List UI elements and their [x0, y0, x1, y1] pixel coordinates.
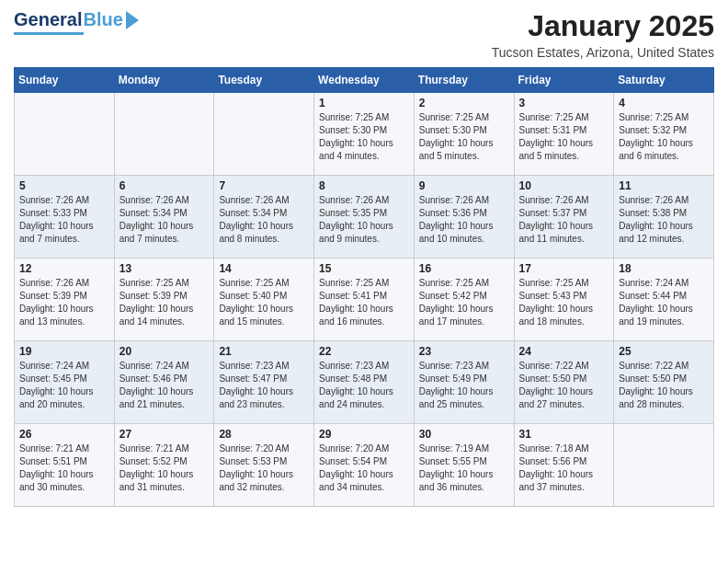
- calendar-week-row-4: 26Sunrise: 7:21 AMSunset: 5:51 PMDayligh…: [15, 424, 714, 507]
- daylight-text: Daylight: 10 hours and 28 minutes.: [619, 386, 693, 409]
- day-number: 24: [519, 345, 609, 358]
- sunrise-text: Sunrise: 7:26 AM: [119, 195, 189, 205]
- cell-info: Sunrise: 7:25 AMSunset: 5:43 PMDaylight:…: [519, 277, 609, 328]
- calendar-cell-w0-d2: [214, 93, 314, 176]
- day-number: 25: [619, 345, 709, 358]
- sunrise-text: Sunrise: 7:19 AM: [419, 443, 489, 454]
- cell-info: Sunrise: 7:21 AMSunset: 5:51 PMDaylight:…: [19, 442, 109, 494]
- day-number: 11: [619, 179, 709, 192]
- sunset-text: Sunset: 5:45 PM: [19, 373, 87, 384]
- day-number: 9: [419, 179, 509, 192]
- sunrise-text: Sunrise: 7:26 AM: [519, 195, 589, 205]
- daylight-text: Daylight: 10 hours and 11 minutes.: [519, 221, 594, 244]
- calendar-cell-w0-d0: [15, 93, 115, 176]
- day-number: 4: [619, 97, 709, 109]
- daylight-text: Daylight: 10 hours and 7 minutes.: [19, 221, 94, 244]
- sunrise-text: Sunrise: 7:20 AM: [219, 443, 289, 454]
- daylight-text: Daylight: 10 hours and 20 minutes.: [19, 386, 94, 409]
- cell-info: Sunrise: 7:25 AMSunset: 5:32 PMDaylight:…: [619, 111, 709, 163]
- sunset-text: Sunset: 5:32 PM: [619, 125, 687, 135]
- cell-info: Sunrise: 7:20 AMSunset: 5:53 PMDaylight:…: [219, 442, 309, 494]
- day-number: 29: [319, 428, 409, 441]
- calendar-cell-w2-d1: 13Sunrise: 7:25 AMSunset: 5:39 PMDayligh…: [114, 259, 214, 341]
- daylight-text: Daylight: 10 hours and 7 minutes.: [119, 221, 194, 244]
- day-number: 7: [219, 179, 309, 192]
- calendar-cell-w1-d5: 10Sunrise: 7:26 AMSunset: 5:37 PMDayligh…: [514, 176, 614, 259]
- day-number: 18: [619, 262, 709, 275]
- sunset-text: Sunset: 5:31 PM: [519, 125, 587, 135]
- sunrise-text: Sunrise: 7:25 AM: [119, 278, 189, 288]
- daylight-text: Daylight: 10 hours and 9 minutes.: [319, 221, 393, 244]
- daylight-text: Daylight: 10 hours and 16 minutes.: [319, 304, 393, 327]
- day-number: 31: [519, 428, 609, 441]
- calendar-cell-w4-d0: 26Sunrise: 7:21 AMSunset: 5:51 PMDayligh…: [15, 424, 115, 507]
- day-number: 3: [519, 97, 609, 109]
- sunset-text: Sunset: 5:46 PM: [119, 373, 188, 384]
- calendar-cell-w2-d6: 18Sunrise: 7:24 AMSunset: 5:44 PMDayligh…: [614, 259, 714, 341]
- sunrise-text: Sunrise: 7:25 AM: [319, 278, 389, 288]
- day-number: 8: [319, 179, 409, 192]
- sunrise-text: Sunrise: 7:22 AM: [619, 361, 688, 371]
- day-number: 28: [219, 428, 309, 441]
- calendar-cell-w0-d4: 2Sunrise: 7:25 AMSunset: 5:30 PMDaylight…: [414, 93, 514, 176]
- cell-info: Sunrise: 7:26 AMSunset: 5:34 PMDaylight:…: [119, 194, 210, 246]
- day-number: 19: [19, 345, 109, 358]
- day-number: 6: [119, 179, 210, 192]
- daylight-text: Daylight: 10 hours and 31 minutes.: [119, 469, 194, 492]
- sunset-text: Sunset: 5:55 PM: [419, 456, 487, 466]
- daylight-text: Daylight: 10 hours and 15 minutes.: [219, 304, 293, 327]
- calendar-body: 1Sunrise: 7:25 AMSunset: 5:30 PMDaylight…: [15, 93, 714, 507]
- cell-info: Sunrise: 7:26 AMSunset: 5:37 PMDaylight:…: [519, 194, 609, 246]
- day-number: 13: [119, 262, 210, 275]
- daylight-text: Daylight: 10 hours and 12 minutes.: [619, 221, 693, 244]
- daylight-text: Daylight: 10 hours and 18 minutes.: [519, 304, 594, 327]
- sunrise-text: Sunrise: 7:25 AM: [219, 278, 289, 288]
- sunset-text: Sunset: 5:48 PM: [319, 373, 387, 384]
- sunrise-text: Sunrise: 7:23 AM: [319, 361, 389, 371]
- calendar-week-row-2: 12Sunrise: 7:26 AMSunset: 5:39 PMDayligh…: [15, 259, 714, 341]
- sunrise-text: Sunrise: 7:23 AM: [419, 361, 489, 371]
- sunset-text: Sunset: 5:50 PM: [519, 373, 587, 384]
- sunset-text: Sunset: 5:54 PM: [319, 456, 387, 466]
- cell-info: Sunrise: 7:21 AMSunset: 5:52 PMDaylight:…: [119, 442, 210, 494]
- calendar-cell-w3-d1: 20Sunrise: 7:24 AMSunset: 5:46 PMDayligh…: [114, 341, 214, 424]
- daylight-text: Daylight: 10 hours and 36 minutes.: [419, 469, 494, 492]
- header-thursday: Thursday: [414, 68, 514, 93]
- daylight-text: Daylight: 10 hours and 37 minutes.: [519, 469, 594, 492]
- sunrise-text: Sunrise: 7:22 AM: [519, 361, 589, 371]
- calendar-cell-w4-d3: 29Sunrise: 7:20 AMSunset: 5:54 PMDayligh…: [314, 424, 415, 507]
- calendar-cell-w4-d2: 28Sunrise: 7:20 AMSunset: 5:53 PMDayligh…: [214, 424, 314, 507]
- header-monday: Monday: [114, 68, 214, 93]
- daylight-text: Daylight: 10 hours and 4 minutes.: [319, 138, 393, 161]
- sunset-text: Sunset: 5:30 PM: [319, 125, 387, 135]
- cell-info: Sunrise: 7:22 AMSunset: 5:50 PMDaylight:…: [519, 360, 609, 411]
- calendar-cell-w1-d2: 7Sunrise: 7:26 AMSunset: 5:34 PMDaylight…: [214, 176, 314, 259]
- day-number: 16: [419, 262, 509, 275]
- sunrise-text: Sunrise: 7:21 AM: [119, 443, 189, 454]
- calendar-cell-w2-d5: 17Sunrise: 7:25 AMSunset: 5:43 PMDayligh…: [514, 259, 614, 341]
- sunrise-text: Sunrise: 7:18 AM: [519, 443, 589, 454]
- cell-info: Sunrise: 7:26 AMSunset: 5:39 PMDaylight:…: [19, 277, 109, 328]
- day-number: 1: [319, 97, 409, 109]
- daylight-text: Daylight: 10 hours and 30 minutes.: [19, 469, 94, 492]
- cell-info: Sunrise: 7:26 AMSunset: 5:33 PMDaylight:…: [19, 194, 109, 246]
- sunrise-text: Sunrise: 7:26 AM: [619, 195, 688, 205]
- sunset-text: Sunset: 5:50 PM: [619, 373, 687, 384]
- sunrise-text: Sunrise: 7:26 AM: [319, 195, 389, 205]
- sunset-text: Sunset: 5:44 PM: [619, 291, 687, 301]
- day-number: 14: [219, 262, 309, 275]
- daylight-text: Daylight: 10 hours and 13 minutes.: [19, 304, 94, 327]
- cell-info: Sunrise: 7:26 AMSunset: 5:38 PMDaylight:…: [619, 194, 709, 246]
- sunset-text: Sunset: 5:38 PM: [619, 208, 687, 218]
- sunrise-text: Sunrise: 7:26 AM: [19, 195, 89, 205]
- cell-info: Sunrise: 7:19 AMSunset: 5:55 PMDaylight:…: [419, 442, 509, 494]
- calendar-cell-w0-d1: [114, 93, 214, 176]
- sunrise-text: Sunrise: 7:25 AM: [619, 112, 688, 122]
- sunset-text: Sunset: 5:34 PM: [119, 208, 188, 218]
- calendar-cell-w3-d5: 24Sunrise: 7:22 AMSunset: 5:50 PMDayligh…: [514, 341, 614, 424]
- sunrise-text: Sunrise: 7:24 AM: [619, 278, 688, 288]
- sunrise-text: Sunrise: 7:26 AM: [19, 278, 89, 288]
- calendar-table: Sunday Monday Tuesday Wednesday Thursday…: [14, 67, 714, 507]
- sunset-text: Sunset: 5:49 PM: [419, 373, 487, 384]
- day-number: 23: [419, 345, 509, 358]
